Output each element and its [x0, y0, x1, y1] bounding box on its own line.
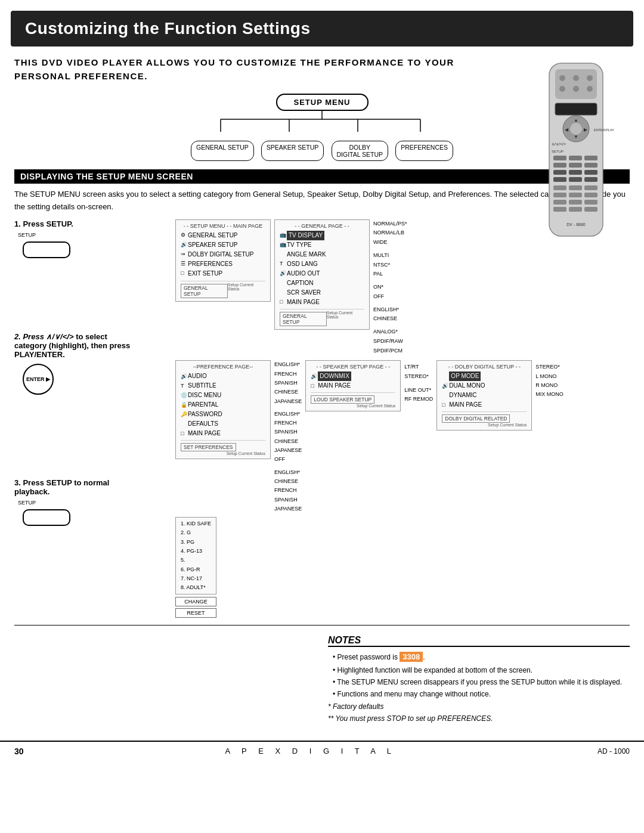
pref-options-cols: ENGLISH*FRENCHSPANISHCHINESEJAPANESE ENG… [274, 360, 302, 513]
branch-general: GENERAL SETUP [191, 141, 254, 161]
svg-rect-28 [584, 177, 597, 182]
svg-rect-25 [584, 170, 597, 175]
dd-dualmono: 🔊DUAL MONO [442, 381, 527, 391]
setup-label-step3: SETUP [18, 500, 169, 506]
opt-chinese: CHINESE [373, 314, 407, 324]
page-footer: 30 A P E X D I G I T A L AD - 1000 [0, 741, 644, 761]
notes-right: NOTES Preset password is 3308. Highlight… [328, 635, 630, 724]
pref-audio-options: ENGLISH*FRENCHSPANISHCHINESEJAPANESE [274, 360, 302, 405]
svg-rect-38 [553, 207, 566, 212]
intro-text: THIS DVD VIDEO PLAYER ALLOWS YOU TO CUST… [14, 56, 499, 83]
opt-wide: WIDE [373, 238, 407, 247]
screens-area: - - SETUP MENU - - MAIN PAGE ⚙GENERAL SE… [175, 219, 630, 618]
pref-defaults: DEFAULTS [181, 419, 265, 429]
svg-rect-40 [584, 207, 597, 212]
svg-rect-17 [553, 156, 566, 160]
general-page-screen: - - GENERAL PAGE - - 📺TV DISPLAY 📺TV TYP… [274, 219, 370, 330]
gp-tv-display: 📺TV DISPLAY [280, 231, 364, 240]
svg-point-5 [559, 86, 565, 92]
svg-rect-20 [553, 163, 566, 168]
svg-rect-33 [569, 193, 582, 197]
screen-row-prefs: ☰PREFERENCES [181, 259, 265, 269]
svg-rect-22 [584, 163, 597, 168]
svg-rect-18 [569, 156, 582, 160]
svg-rect-30 [569, 185, 582, 190]
svg-rect-37 [584, 200, 597, 205]
pref-screen: --PREFERENCE PAGE-- 🔊AUDIO TSUBTITLE 💿DI… [175, 360, 271, 459]
note-4: Functions and menu may change without no… [333, 688, 630, 700]
svg-rect-26 [553, 177, 566, 182]
note-3: The SETUP MENU screen disappears if you … [333, 676, 630, 688]
footer-brand: A P E X D I G I T A L [225, 747, 397, 755]
screen-row-speaker: 🔊SPEAKER SETUP [181, 240, 265, 250]
svg-rect-24 [569, 170, 582, 175]
notes-left [14, 635, 316, 724]
svg-point-10 [570, 123, 582, 135]
change-button[interactable]: CHANGE [175, 597, 216, 606]
dolby-status: Setup Current Status [442, 423, 527, 427]
notes-header: NOTES [328, 635, 630, 647]
change-reset-buttons: CHANGE RESET [175, 597, 216, 618]
general-options-col: NORMAL/PS* NORMAL/LB WIDE MULTI NTSC* PA… [373, 219, 407, 356]
opt-spdif-pcm: SPDIF/PCM [373, 346, 407, 356]
dolby-options: STEREO* L MONO R MONO MIX MONO [535, 363, 564, 399]
svg-text:∧/∨/</>: ∧/∨/</> [552, 142, 566, 146]
step2-screens: --PREFERENCE PAGE-- 🔊AUDIO TSUBTITLE 💿DI… [175, 360, 630, 513]
speaker-screen: - - SPEAKER SETUP PAGE - - 🔊DOWNMIX □MAI… [305, 360, 401, 411]
opt-pal: PAL [373, 270, 407, 279]
steps-area: 1. Press SETUP. SETUP 2. Press ∧/∨/</> t… [14, 219, 630, 618]
notes-section: NOTES Preset password is 3308. Highlight… [14, 635, 630, 724]
password-value: 3308 [400, 652, 423, 662]
svg-rect-35 [553, 200, 566, 205]
dd-opt-lmono: L MONO [535, 372, 564, 381]
svg-rect-39 [569, 207, 582, 212]
speaker-area: - - SPEAKER SETUP PAGE - - 🔊DOWNMIX □MAI… [305, 360, 401, 416]
dd-opmode: OP MODE [442, 371, 527, 381]
dd-opt-rmono: R MONO [535, 381, 564, 390]
sp-main: □MAIN PAGE [311, 381, 395, 391]
pref-subtitle: TSUBTITLE [181, 381, 265, 391]
svg-rect-34 [584, 193, 597, 197]
opt-english: ENGLISH* [373, 305, 407, 315]
general-bottom-label: GENERAL SETUP [280, 312, 327, 326]
general-page-area: - - GENERAL PAGE - - 📺TV DISPLAY 📺TV TYP… [274, 219, 370, 335]
dolby-screen: - - DOLBY DIGITAL SETUP - - OP MODE 🔊DUA… [436, 360, 532, 431]
svg-point-3 [573, 75, 579, 81]
sp-loud-label: LOUD SPEAKER SETUP [311, 395, 374, 404]
svg-text:DV - 8880: DV - 8880 [566, 222, 586, 227]
dd-main: □MAIN PAGE [442, 400, 527, 410]
sp-status: Setup Current Status [311, 404, 395, 408]
screen-row-dolby: ⇒DOLBY DIGITAL SETUP [181, 250, 265, 259]
opt-ntsc: NTSC* [373, 261, 407, 270]
screen-row-exit: □EXIT SETUP [181, 269, 265, 278]
parental-list: 1. KID SAFE 2. G 3. PG 4. PG-13 5. 6. PG… [175, 517, 216, 594]
dd-dynamic: DYNAMIC [442, 391, 527, 400]
screen-status-step1: Setup Current Status [228, 283, 265, 298]
reset-button[interactable]: RESET [175, 608, 216, 618]
general-status: Setup Current Status [327, 311, 364, 326]
step1-label: 1. Press SETUP. [14, 219, 169, 228]
pref-disc-options: ENGLISH*CHINESEFRENCHSPANISHJAPANESE [274, 468, 302, 513]
pref-parental: 🔒PARENTAL [181, 400, 265, 410]
sp-opt-rfremod: RF REMOD [404, 395, 433, 404]
branch-speaker: SPEAKER SETUP [261, 141, 324, 161]
left-steps: 1. Press SETUP. SETUP 2. Press ∧/∨/</> t… [14, 219, 169, 618]
opt-on: ON* [373, 283, 407, 292]
svg-text:◀: ◀ [565, 127, 569, 132]
dd-opt-stereo: STEREO* [535, 363, 564, 371]
footer-model: AD - 1000 [597, 747, 630, 755]
enter-button[interactable]: ENTER ▶ [23, 364, 54, 395]
opt-off: OFF [373, 292, 407, 302]
setup-button-step1[interactable] [23, 241, 70, 258]
svg-rect-21 [569, 163, 582, 168]
gp-osd: TOSD LANG [280, 259, 364, 269]
setup-button-step3[interactable] [23, 509, 70, 526]
pref-sub-options: ENGLISH*FRENCHSPANISHCHINESEJAPANESEOFF [274, 410, 302, 465]
svg-text:▼: ▼ [574, 134, 578, 140]
pref-bottom-label: SET PREFERENCES [181, 443, 236, 451]
opt-normal-lb: NORMAL/LB [373, 228, 407, 238]
enter-button-container: ENTER ▶ [23, 364, 169, 395]
svg-rect-31 [584, 185, 597, 190]
screen-bottom-general: GENERAL SETUP [181, 284, 228, 298]
svg-point-2 [559, 75, 565, 81]
